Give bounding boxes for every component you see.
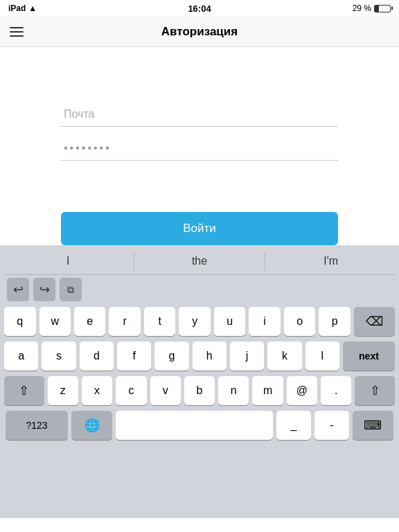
key-row-3: ⇧ z x c v b n m @ . ⇧ <box>4 376 395 405</box>
battery-percent: 29 % <box>353 3 371 13</box>
key-t[interactable]: t <box>144 307 175 336</box>
key-v[interactable]: v <box>150 376 181 405</box>
key-row-1: q w e r t y u i o p ⌫ <box>4 307 395 336</box>
key-row-bottom: ?123 🌐 _ - ⌨ <box>4 411 395 440</box>
redo-button[interactable]: ↪ <box>33 278 55 301</box>
status-bar: iPad ▲ 16:04 29 % <box>0 0 399 17</box>
key-k[interactable]: k <box>267 342 301 371</box>
autocomplete-item-2[interactable]: the <box>134 252 266 270</box>
key-c[interactable]: c <box>116 376 146 405</box>
paste-button[interactable]: ⧉ <box>60 278 82 301</box>
numeric-button[interactable]: ?123 <box>6 411 68 440</box>
login-form: Войти <box>61 103 338 245</box>
key-b[interactable]: b <box>184 376 215 405</box>
key-dot[interactable]: . <box>321 376 351 405</box>
key-o[interactable]: o <box>284 307 315 336</box>
key-q[interactable]: q <box>4 307 35 336</box>
key-row-2: a s d f g h j k l Next <box>4 342 395 371</box>
keyboard-rows: q w e r t y u i o p ⌫ a s d f g h j k l … <box>3 304 396 443</box>
key-x[interactable]: x <box>82 376 112 405</box>
login-button[interactable]: Войти <box>61 212 338 245</box>
underscore-button[interactable]: _ <box>276 411 311 440</box>
key-f[interactable]: f <box>117 342 151 371</box>
dash-button[interactable]: - <box>314 411 349 440</box>
key-d[interactable]: d <box>80 342 114 371</box>
password-field[interactable] <box>61 136 338 161</box>
backspace-button[interactable]: ⌫ <box>354 307 395 336</box>
key-i[interactable]: i <box>249 307 280 336</box>
key-s[interactable]: s <box>42 342 76 371</box>
key-e[interactable]: e <box>74 307 105 336</box>
page-title: Авторизация <box>161 25 238 39</box>
key-m[interactable]: m <box>252 376 283 405</box>
key-l[interactable]: l <box>305 342 339 371</box>
key-z[interactable]: z <box>48 376 78 405</box>
keyboard-area: I the I'm ↩ ↪ ⧉ q w e r t y u i o p ⌫ a … <box>0 245 399 518</box>
undo-bar: ↩ ↪ ⧉ <box>3 275 396 304</box>
keyboard-hide-button[interactable]: ⌨ <box>353 411 393 440</box>
nav-bar: Авторизация <box>0 17 399 47</box>
key-a[interactable]: a <box>4 342 38 371</box>
key-n[interactable]: n <box>218 376 249 405</box>
shift-right-button[interactable]: ⇧ <box>355 376 395 405</box>
key-r[interactable]: r <box>109 307 140 336</box>
device-label: iPad <box>8 3 26 13</box>
key-w[interactable]: w <box>39 307 71 336</box>
content-area: Войти <box>0 47 399 245</box>
key-at[interactable]: @ <box>287 376 317 405</box>
autocomplete-item-3[interactable]: I'm <box>265 252 396 270</box>
key-p[interactable]: p <box>319 307 350 336</box>
status-left: iPad ▲ <box>8 3 37 13</box>
email-field[interactable] <box>61 103 338 127</box>
space-button[interactable] <box>116 411 273 440</box>
next-button[interactable]: Next <box>343 342 395 371</box>
key-h[interactable]: h <box>193 342 227 371</box>
key-g[interactable]: g <box>154 342 188 371</box>
status-time: 16:04 <box>188 3 211 14</box>
autocomplete-item-1[interactable]: I <box>3 252 134 270</box>
key-j[interactable]: j <box>230 342 264 371</box>
key-u[interactable]: u <box>214 307 245 336</box>
autocomplete-bar: I the I'm <box>3 249 396 275</box>
hamburger-menu[interactable] <box>10 27 24 37</box>
key-y[interactable]: y <box>179 307 210 336</box>
status-right: 29 % <box>353 3 391 13</box>
undo-button[interactable]: ↩ <box>7 278 29 301</box>
globe-button[interactable]: 🌐 <box>71 411 112 440</box>
battery-icon <box>374 5 391 12</box>
shift-button[interactable]: ⇧ <box>4 376 44 405</box>
wifi-icon: ▲ <box>28 3 37 13</box>
